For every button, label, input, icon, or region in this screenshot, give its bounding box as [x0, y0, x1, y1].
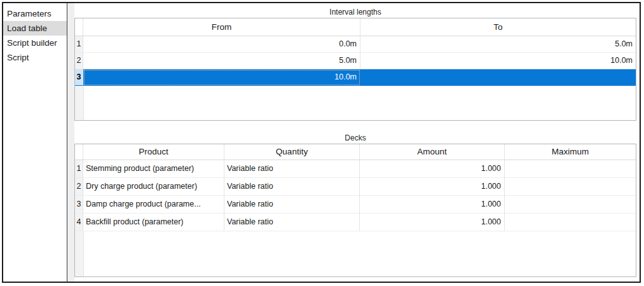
cell-maximum-3[interactable]: [505, 196, 636, 214]
column-header-amount[interactable]: Amount: [360, 144, 505, 160]
cell-amount-2[interactable]: 1.000: [360, 178, 505, 196]
cell-maximum-1[interactable]: [505, 160, 636, 178]
cell-to-1[interactable]: 5.0m: [360, 36, 636, 53]
cell-from-3-focused[interactable]: 10.0m: [83, 69, 360, 86]
row-number[interactable]: 2: [75, 53, 83, 69]
cell-amount-1[interactable]: 1.000: [360, 160, 505, 178]
column-header-from[interactable]: From: [83, 18, 360, 36]
column-header-maximum[interactable]: Maximum: [505, 144, 636, 160]
row-number[interactable]: 4: [75, 214, 83, 231]
row-number[interactable]: 1: [75, 36, 83, 53]
decks-row-4: 4 Backfill product (parameter) Variable …: [75, 214, 636, 231]
main-panel: Interval lengths From To 1 0.0m 5.0m 2 5…: [74, 3, 640, 282]
cell-quantity-1[interactable]: Variable ratio: [224, 160, 360, 178]
decks-header-row: Product Quantity Amount Maximum: [75, 144, 636, 160]
interval-row-2: 2 5.0m 10.0m: [75, 53, 636, 69]
cell-quantity-4[interactable]: Variable ratio: [224, 214, 360, 231]
row-number[interactable]: 2: [75, 178, 83, 196]
cell-maximum-4[interactable]: [505, 214, 636, 231]
interval-lengths-table: From To 1 0.0m 5.0m 2 5.0m 10.0m 3 10.0m: [74, 18, 636, 121]
corner-cell: [75, 144, 83, 160]
cell-to-2[interactable]: 10.0m: [360, 53, 636, 69]
sidebar-item-load-table[interactable]: Load table: [3, 21, 67, 36]
interval-header-row: From To: [75, 18, 636, 36]
interval-row-1: 1 0.0m 5.0m: [75, 36, 636, 53]
row-number[interactable]: 1: [75, 160, 83, 178]
app-window: Parameters Load table Script builder Scr…: [2, 2, 641, 283]
cell-product-1[interactable]: Stemming product (parameter): [83, 160, 224, 178]
cell-from-2[interactable]: 5.0m: [83, 53, 360, 69]
row-number[interactable]: 3: [75, 196, 83, 214]
decks-row-3: 3 Damp charge product (parame... Variabl…: [75, 196, 636, 214]
sidebar-item-parameters[interactable]: Parameters: [3, 6, 67, 21]
column-header-quantity[interactable]: Quantity: [224, 144, 360, 160]
cell-quantity-3[interactable]: Variable ratio: [224, 196, 360, 214]
decks-row-1: 1 Stemming product (parameter) Variable …: [75, 160, 636, 178]
column-header-to[interactable]: To: [360, 18, 636, 36]
sidebar-splitter-handle[interactable]: [67, 3, 74, 282]
cell-amount-3[interactable]: 1.000: [360, 196, 505, 214]
column-header-product[interactable]: Product: [83, 144, 224, 160]
corner-cell: [75, 18, 83, 36]
interval-lengths-title: Interval lengths: [74, 7, 636, 18]
sidebar-nav: Parameters Load table Script builder Scr…: [3, 3, 67, 282]
cell-from-1[interactable]: 0.0m: [83, 36, 360, 53]
cell-maximum-2[interactable]: [505, 178, 636, 196]
interval-row-3-selected: 3 10.0m: [75, 69, 636, 86]
row-number[interactable]: 3: [75, 69, 83, 86]
cell-product-4[interactable]: Backfill product (parameter): [83, 214, 224, 231]
decks-row-2: 2 Dry charge product (parameter) Variabl…: [75, 178, 636, 196]
cell-quantity-2[interactable]: Variable ratio: [224, 178, 360, 196]
cell-to-3[interactable]: [360, 69, 636, 86]
decks-table: Product Quantity Amount Maximum 1 Stemmi…: [74, 144, 636, 277]
sidebar-item-script-builder[interactable]: Script builder: [3, 36, 67, 50]
cell-amount-4[interactable]: 1.000: [360, 214, 505, 231]
cell-product-2[interactable]: Dry charge product (parameter): [83, 178, 224, 196]
sidebar-item-script[interactable]: Script: [3, 50, 67, 65]
cell-product-3[interactable]: Damp charge product (parame...: [83, 196, 224, 214]
decks-title: Decks: [74, 133, 636, 144]
